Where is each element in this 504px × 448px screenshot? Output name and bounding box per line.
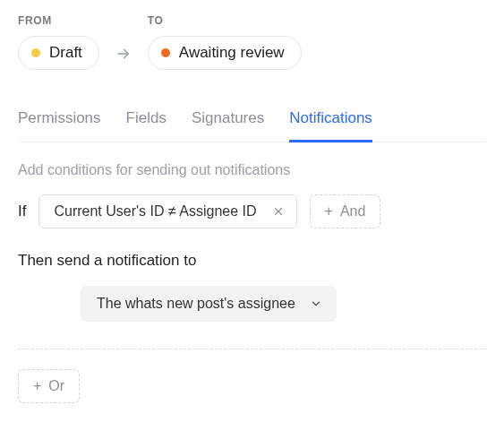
condition-chip[interactable]: Current User's ID ≠ Assignee ID bbox=[38, 194, 296, 228]
status-dot-awaiting bbox=[161, 48, 170, 57]
tab-fields[interactable]: Fields bbox=[126, 104, 167, 142]
status-transition-header: FROM Draft TO Awaiting review bbox=[18, 14, 486, 72]
if-condition-row: If Current User's ID ≠ Assignee ID + And bbox=[18, 194, 486, 228]
remove-condition-icon[interactable] bbox=[269, 206, 287, 217]
recipient-text: The whats new post's assignee bbox=[97, 296, 295, 312]
divider bbox=[18, 349, 486, 349]
plus-icon: + bbox=[33, 379, 41, 393]
from-column: FROM Draft bbox=[18, 14, 99, 70]
tab-notifications[interactable]: Notifications bbox=[289, 104, 372, 142]
recipient-select[interactable]: The whats new post's assignee bbox=[81, 286, 337, 322]
notifications-section: Add conditions for sending out notificat… bbox=[18, 162, 486, 403]
add-or-button[interactable]: + Or bbox=[18, 369, 80, 403]
to-column: TO Awaiting review bbox=[148, 14, 302, 70]
section-hint: Add conditions for sending out notificat… bbox=[18, 162, 486, 178]
chevron-down-icon bbox=[310, 297, 322, 310]
arrow-icon bbox=[115, 36, 132, 72]
then-label: Then send a notification to bbox=[18, 252, 486, 270]
if-label: If bbox=[18, 202, 26, 220]
and-label: And bbox=[340, 203, 365, 220]
from-status-badge[interactable]: Draft bbox=[18, 36, 99, 70]
or-label: Or bbox=[48, 378, 64, 394]
status-dot-draft bbox=[31, 48, 40, 57]
to-status-badge[interactable]: Awaiting review bbox=[148, 36, 302, 70]
condition-text: Current User's ID ≠ Assignee ID bbox=[54, 203, 256, 220]
from-label: FROM bbox=[18, 14, 99, 27]
to-label: TO bbox=[148, 14, 302, 27]
plus-icon: + bbox=[325, 204, 333, 219]
add-and-button[interactable]: + And bbox=[310, 194, 381, 228]
to-status-text: Awaiting review bbox=[179, 44, 285, 62]
tab-permissions[interactable]: Permissions bbox=[18, 104, 101, 142]
from-status-text: Draft bbox=[49, 44, 82, 62]
tab-signatures[interactable]: Signatures bbox=[192, 104, 264, 142]
tabs: Permissions Fields Signatures Notificati… bbox=[18, 104, 486, 142]
